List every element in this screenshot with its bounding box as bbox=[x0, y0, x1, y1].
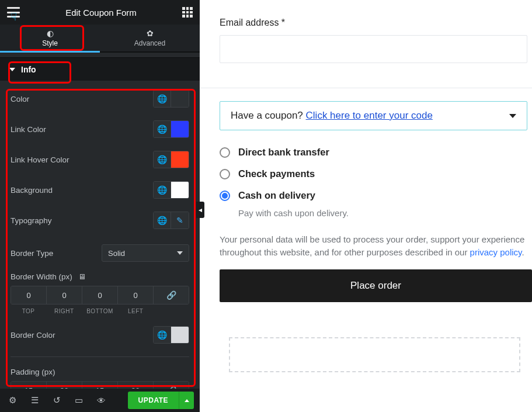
settings-icon[interactable]: ⚙ bbox=[6, 395, 19, 406]
tabs: ◐ Style ✿ Advanced bbox=[0, 25, 200, 53]
email-input[interactable] bbox=[220, 35, 527, 63]
payment-bank[interactable]: Direct bank transfer bbox=[220, 147, 532, 158]
control-link-color: Link Color 🌐 bbox=[11, 120, 189, 138]
color-swatch[interactable] bbox=[171, 182, 189, 198]
globe-icon: 🌐 bbox=[157, 124, 167, 134]
payment-methods: Direct bank transfer Check payments Cash… bbox=[220, 147, 532, 218]
section-info-label: Info bbox=[21, 65, 36, 74]
border-type-select[interactable]: Solid bbox=[102, 244, 189, 262]
coupon-toggle[interactable]: Have a coupon? Click here to enter your … bbox=[220, 101, 527, 130]
radio-icon bbox=[220, 147, 230, 158]
collapse-sidebar-button[interactable]: ◂ bbox=[196, 202, 204, 218]
responsive-icon[interactable]: 🖥 bbox=[78, 272, 86, 281]
tab-advanced-label: Advanced bbox=[134, 39, 165, 47]
radio-icon bbox=[220, 191, 230, 201]
drop-placeholder[interactable] bbox=[229, 337, 520, 372]
globe-icon: 🌐 bbox=[157, 330, 167, 340]
navigator-icon[interactable]: ☰ bbox=[28, 395, 41, 406]
control-label: Border Width (px) bbox=[11, 272, 72, 281]
pencil-icon: ✎ bbox=[176, 216, 183, 225]
edit-typography-button[interactable]: ✎ bbox=[171, 212, 189, 228]
control-label: Typography bbox=[11, 216, 52, 225]
payment-label: Direct bank transfer bbox=[238, 147, 329, 158]
label-right: RIGHT bbox=[46, 308, 82, 314]
history-icon[interactable]: ↺ bbox=[50, 395, 63, 406]
control-color: Color 🌐 bbox=[11, 90, 189, 108]
controls-panel: Color 🌐 Link Color 🌐 Link Hover Color 🌐 bbox=[0, 81, 200, 235]
bw-bottom-input[interactable] bbox=[82, 286, 117, 304]
control-background: Background 🌐 bbox=[11, 181, 189, 199]
payment-cod[interactable]: Cash on delivery bbox=[220, 190, 532, 201]
color-swatch[interactable] bbox=[171, 151, 189, 168]
editor-title: Edit Coupon Form bbox=[65, 8, 137, 18]
email-label: Email address * bbox=[220, 18, 527, 28]
control-label: Link Color bbox=[11, 125, 46, 134]
color-swatch[interactable] bbox=[171, 327, 189, 343]
bw-right-input[interactable] bbox=[47, 286, 82, 304]
bw-labels: TOP RIGHT BOTTOM LEFT bbox=[11, 308, 189, 314]
tab-advanced[interactable]: ✿ Advanced bbox=[100, 25, 200, 51]
label-top: TOP bbox=[11, 308, 46, 314]
control-border-width-label: Border Width (px) 🖥 bbox=[11, 272, 189, 281]
bw-top-input[interactable] bbox=[11, 286, 46, 304]
globe-icon: 🌐 bbox=[157, 216, 167, 225]
control-label: Link Hover Color bbox=[11, 155, 69, 164]
global-typography-button[interactable]: 🌐 bbox=[154, 212, 171, 228]
preview-icon[interactable]: 👁 bbox=[95, 396, 107, 406]
payment-label: Cash on delivery bbox=[238, 190, 315, 201]
control-border-color: Border Color 🌐 bbox=[11, 326, 189, 344]
menu-icon[interactable] bbox=[7, 7, 20, 18]
divider bbox=[11, 356, 189, 357]
control-label: Border Color bbox=[11, 331, 55, 340]
radio-icon bbox=[220, 169, 230, 179]
preview-area: Email address * Have a coupon? Click her… bbox=[200, 0, 532, 412]
divider bbox=[200, 88, 532, 88]
payment-check[interactable]: Check payments bbox=[220, 168, 532, 179]
control-link-hover-color: Link Hover Color 🌐 bbox=[11, 151, 189, 168]
privacy-text: Your personal data will be used to proce… bbox=[220, 233, 532, 259]
bw-left-input[interactable] bbox=[118, 286, 153, 304]
control-label: Background bbox=[11, 186, 53, 195]
advanced-icon: ✿ bbox=[147, 29, 154, 38]
caret-up-icon bbox=[185, 399, 189, 402]
tab-style-label: Style bbox=[42, 39, 58, 47]
label-bottom: BOTTOM bbox=[82, 308, 117, 314]
payment-label: Check payments bbox=[238, 168, 315, 179]
border-width-inputs: 🔗 bbox=[11, 286, 189, 304]
payment-description: Pay with cash upon delivery. bbox=[238, 208, 532, 218]
editor-sidebar: Edit Coupon Form ☟ ◐ Style ✿ Advanced In… bbox=[0, 0, 200, 412]
label-left: LEFT bbox=[118, 308, 154, 314]
coupon-text: Have a coupon? Click here to enter your … bbox=[231, 110, 433, 122]
tab-style[interactable]: ◐ Style bbox=[0, 25, 100, 51]
apps-icon[interactable] bbox=[182, 7, 193, 18]
globe-icon: 🌐 bbox=[157, 185, 167, 195]
update-button[interactable]: UPDATE bbox=[128, 392, 179, 409]
coupon-link[interactable]: Click here to enter your code bbox=[306, 110, 433, 121]
privacy-link[interactable]: privacy policy bbox=[470, 247, 522, 257]
control-typography: Typography 🌐 ✎ bbox=[11, 212, 189, 229]
globe-icon: 🌐 bbox=[157, 94, 167, 103]
global-color-button[interactable]: 🌐 bbox=[154, 151, 171, 168]
update-options-button[interactable] bbox=[179, 392, 194, 409]
control-label: Border Type bbox=[11, 249, 53, 258]
chevron-down-icon bbox=[177, 251, 183, 255]
link-values-button[interactable]: 🔗 bbox=[154, 286, 189, 304]
color-swatch[interactable] bbox=[171, 121, 189, 137]
global-color-button[interactable]: 🌐 bbox=[154, 327, 171, 343]
chevron-down-icon bbox=[509, 114, 516, 118]
responsive-mode-icon[interactable]: ▭ bbox=[72, 395, 85, 406]
caret-down-icon bbox=[9, 68, 15, 71]
color-swatch[interactable] bbox=[171, 91, 189, 107]
style-icon: ◐ bbox=[47, 29, 54, 38]
control-padding-label: Padding (px) bbox=[11, 368, 189, 376]
section-info[interactable]: Info bbox=[0, 57, 200, 81]
link-icon: 🔗 bbox=[166, 290, 176, 300]
control-label: Color bbox=[11, 95, 29, 103]
global-color-button[interactable]: 🌐 bbox=[154, 182, 171, 198]
control-border-type: Border Type Solid bbox=[11, 244, 189, 262]
global-color-button[interactable]: 🌐 bbox=[154, 121, 171, 137]
place-order-button[interactable]: Place order bbox=[220, 269, 532, 302]
globe-icon: 🌐 bbox=[157, 155, 167, 164]
global-color-button[interactable]: 🌐 bbox=[154, 91, 171, 107]
editor-footer: ⚙ ☰ ↺ ▭ 👁 UPDATE bbox=[0, 389, 200, 412]
